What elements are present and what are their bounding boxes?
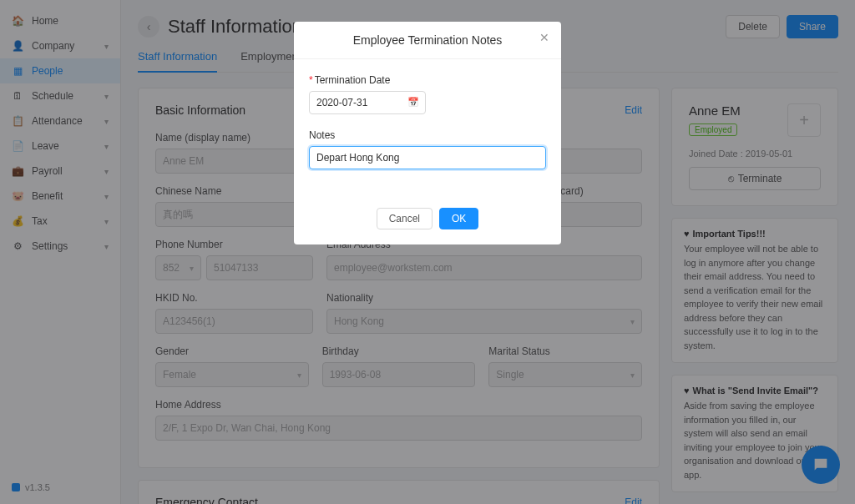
termination-date-label: *Termination Date (309, 74, 546, 86)
notes-label: Notes (309, 129, 546, 141)
cancel-button[interactable]: Cancel (377, 208, 433, 229)
modal-close-button[interactable]: ✕ (539, 31, 549, 44)
calendar-icon: 📅 (407, 97, 419, 108)
close-icon: ✕ (539, 31, 549, 44)
modal-footer: Cancel OK (294, 199, 561, 244)
required-star: * (309, 74, 313, 86)
modal-title: Employee Termination Notes (353, 33, 503, 47)
termination-modal: Employee Termination Notes ✕ *Terminatio… (294, 22, 561, 244)
modal-body: *Termination Date 📅 Notes (294, 59, 561, 199)
modal-header: Employee Termination Notes ✕ (294, 22, 561, 59)
modal-overlay[interactable]: Employee Termination Notes ✕ *Terminatio… (0, 0, 855, 504)
ok-button[interactable]: OK (439, 208, 478, 229)
notes-input[interactable] (309, 146, 546, 169)
